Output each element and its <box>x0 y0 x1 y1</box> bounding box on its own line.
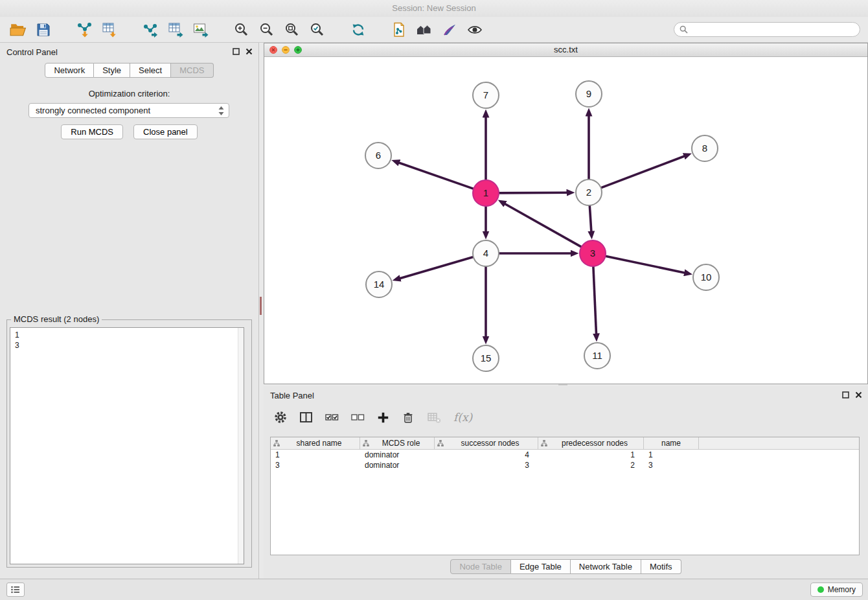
table-cell[interactable]: dominator <box>360 460 435 470</box>
table-cell[interactable]: 3 <box>271 460 360 470</box>
graph-edge-4-14[interactable] <box>396 257 474 280</box>
import-table-icon <box>101 21 118 38</box>
tab-mcds[interactable]: MCDS <box>171 63 213 78</box>
table-settings-button[interactable] <box>274 411 287 424</box>
import-table-button[interactable] <box>99 19 120 40</box>
window-minimize-light[interactable] <box>282 46 290 54</box>
window-titlebar: Session: New Session <box>0 0 868 17</box>
graph-node-label: 10 <box>701 271 712 283</box>
zoom-selected-button[interactable] <box>307 19 328 40</box>
gear-icon <box>274 411 287 424</box>
tab-network[interactable]: Network <box>45 63 94 78</box>
zoom-in-button[interactable] <box>231 19 252 40</box>
close-panel-button[interactable]: Close panel <box>133 124 198 139</box>
delete-table-icon <box>427 411 441 424</box>
zoom-in-icon <box>234 22 249 38</box>
close-table-panel-icon[interactable] <box>855 391 862 398</box>
column-header-mcds-role[interactable]: MCDS role <box>360 437 435 449</box>
close-panel-icon[interactable] <box>246 48 253 55</box>
open-session-button[interactable] <box>8 19 29 40</box>
export-table-icon <box>167 21 184 38</box>
tab-style[interactable]: Style <box>94 63 130 78</box>
zoom-fit-icon <box>284 22 300 38</box>
clone-network-icon <box>391 21 407 38</box>
add-column-button[interactable] <box>377 411 389 424</box>
export-table-button[interactable] <box>165 19 186 40</box>
tab-select[interactable]: Select <box>130 63 171 78</box>
search-input[interactable] <box>691 25 854 34</box>
refresh-button[interactable] <box>348 19 369 40</box>
list-icon <box>11 586 20 594</box>
float-table-panel-icon[interactable] <box>842 391 849 398</box>
graph-edge-1-6[interactable] <box>395 161 474 189</box>
show-columns-button[interactable] <box>299 411 313 424</box>
column-header-predecessor-nodes[interactable]: predecessor nodes <box>538 437 644 449</box>
graph-edge-3-10[interactable] <box>606 256 689 273</box>
tab-node-table[interactable]: Node Table <box>450 559 511 574</box>
table-cell[interactable]: 1 <box>538 450 644 460</box>
window-close-light[interactable] <box>269 46 277 54</box>
first-neighbors-button[interactable] <box>414 19 435 40</box>
network-canvas[interactable]: 7968124314101511 <box>264 58 867 384</box>
select-all-button[interactable] <box>325 411 339 424</box>
column-header-name[interactable]: name <box>644 437 699 449</box>
dropdown-stepper-icon <box>218 106 225 116</box>
result-scrollbar[interactable] <box>238 328 244 564</box>
import-network-button[interactable] <box>74 19 95 40</box>
show-panels-button[interactable] <box>6 583 25 597</box>
export-network-button[interactable] <box>140 19 161 40</box>
vertical-splitter-handle[interactable] <box>260 297 262 315</box>
table-cell[interactable]: 3 <box>644 460 699 470</box>
graph-edge-2-3[interactable] <box>589 205 591 235</box>
table-cell[interactable]: 1 <box>644 450 699 460</box>
style-button[interactable] <box>439 19 460 40</box>
table-cell[interactable]: 4 <box>435 450 538 460</box>
optimization-dropdown[interactable]: strongly connected component <box>29 103 229 118</box>
column-header-shared-name[interactable]: shared name <box>271 437 360 449</box>
tab-network-table[interactable]: Network Table <box>571 559 641 574</box>
tab-motifs[interactable]: Motifs <box>641 559 681 574</box>
mcds-result-line: 3 <box>15 340 239 351</box>
network-window-titlebar[interactable]: scc.txt <box>264 43 867 57</box>
table-cell[interactable]: 1 <box>271 450 360 460</box>
refresh-icon <box>350 22 366 38</box>
table-panel-tabs: Node Table Edge Table Network Table Moti… <box>264 559 868 574</box>
graph-edge-3-11[interactable] <box>593 266 597 338</box>
table-body: 1dominator4113dominator323 <box>271 450 859 470</box>
tab-edge-table[interactable]: Edge Table <box>511 559 571 574</box>
column-header-successor-nodes[interactable]: successor nodes <box>435 437 538 449</box>
graph-edge-1-2[interactable] <box>499 192 571 193</box>
delete-table-button[interactable] <box>427 411 441 424</box>
delete-column-button[interactable] <box>402 411 415 424</box>
export-image-button[interactable] <box>190 19 211 40</box>
column-tree-icon <box>363 440 369 446</box>
table-row[interactable]: 3dominator323 <box>271 460 859 470</box>
clone-network-button[interactable] <box>389 19 409 40</box>
zoom-fit-button[interactable] <box>282 19 303 40</box>
import-network-icon <box>76 21 93 38</box>
mcds-result-box[interactable]: 13 <box>10 327 244 564</box>
function-builder-button[interactable]: f(x) <box>453 411 472 424</box>
zoom-out-button[interactable] <box>257 19 277 40</box>
table-toolbar: f(x) <box>274 406 472 429</box>
graph-node-label: 6 <box>376 150 381 161</box>
graph-node-label: 7 <box>483 89 488 100</box>
graph-edge-3-1[interactable] <box>501 202 581 247</box>
float-panel-icon[interactable] <box>233 48 240 55</box>
save-session-button[interactable] <box>33 19 54 40</box>
main-toolbar <box>0 17 868 43</box>
table-cell[interactable]: 2 <box>538 460 644 470</box>
search-box[interactable] <box>674 22 860 37</box>
run-mcds-button[interactable]: Run MCDS <box>61 124 123 139</box>
graph-edge-2-8[interactable] <box>601 155 688 188</box>
mcds-result-group: MCDS result (2 nodes) 13 <box>6 319 252 568</box>
show-hide-graphics-button[interactable] <box>464 19 485 40</box>
table-row[interactable]: 1dominator411 <box>271 450 859 460</box>
table-cell[interactable]: 3 <box>435 460 538 470</box>
window-zoom-light[interactable] <box>294 46 302 54</box>
network-graph[interactable]: 7968124314101511 <box>264 58 867 384</box>
export-image-icon <box>192 21 209 38</box>
deselect-all-button[interactable] <box>351 411 365 424</box>
table-cell[interactable]: dominator <box>360 450 435 460</box>
memory-button[interactable]: Memory <box>810 583 863 597</box>
